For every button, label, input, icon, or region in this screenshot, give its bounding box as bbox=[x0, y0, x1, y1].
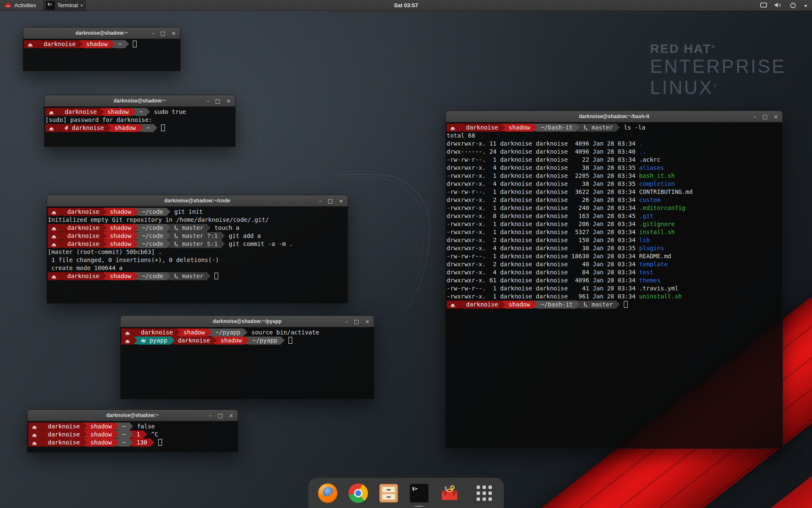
prompt-segment: ~/pyapp bbox=[249, 337, 281, 345]
prompt-segment: shadow bbox=[87, 431, 115, 439]
dock-item-chrome[interactable] bbox=[348, 483, 368, 503]
close-button[interactable]: × bbox=[339, 195, 343, 207]
minimize-button[interactable]: – bbox=[345, 316, 348, 327]
window-titlebar[interactable]: darknoise@shadow:~/pyapp–□× bbox=[121, 316, 374, 327]
window-controls: –□× bbox=[209, 410, 233, 421]
prompt-segment: darknoise bbox=[64, 240, 103, 248]
terminal-window-sudo[interactable]: darknoise@shadow:~–□×darknoiseshadow~sud… bbox=[44, 95, 236, 147]
prompt-segment: darknoise bbox=[137, 329, 176, 337]
terminal-line: darknoiseshadow~ bbox=[24, 40, 180, 48]
output-text: install.sh bbox=[639, 229, 675, 235]
redhat-icon bbox=[49, 124, 54, 131]
output-text: .gitignore bbox=[639, 221, 675, 227]
powerline-arrow bbox=[103, 208, 107, 215]
branch-icon bbox=[174, 240, 178, 247]
minimize-button[interactable]: – bbox=[151, 28, 154, 39]
maximize-button[interactable]: □ bbox=[218, 410, 223, 421]
terminal-window-pyapp[interactable]: darknoise@shadow:~/pyapp–□×darknoiseshad… bbox=[120, 315, 374, 399]
minimize-button[interactable]: – bbox=[209, 410, 212, 421]
output-text: -rwxrwxr-x. 1 darknoise darknoise 206 Ja… bbox=[447, 221, 639, 227]
prompt-segment: darknoise bbox=[64, 208, 103, 216]
dock-item-terminal[interactable]: $> bbox=[409, 483, 429, 503]
command-text: git commit -a -m . bbox=[225, 240, 293, 247]
window-title: darknoise@shadow:~ bbox=[113, 98, 166, 104]
close-button[interactable]: × bbox=[226, 95, 231, 107]
terminal-body[interactable]: darknoiseshadow~sudo true[sudo] password… bbox=[44, 107, 235, 146]
maximize-button[interactable]: □ bbox=[215, 95, 220, 107]
powerline-arrow bbox=[533, 301, 537, 308]
powerline-arrow bbox=[129, 439, 133, 446]
prompt-segment: shadow bbox=[107, 240, 135, 248]
minimize-button[interactable]: – bbox=[206, 95, 209, 107]
output-text: drwxrwxr-x. 61 darknoise darknoise 4096 … bbox=[447, 277, 639, 284]
terminal-window-bash-it[interactable]: darknoise@shadow:~/bash-it–□×darknoisesh… bbox=[445, 110, 783, 449]
branch-icon bbox=[583, 301, 588, 308]
powerline-arrow bbox=[36, 40, 40, 48]
command-text: touch a bbox=[211, 224, 239, 231]
system-status-area[interactable] bbox=[760, 0, 808, 11]
terminal-window-home-small[interactable]: darknoise@shadow:~–□×darknoiseshadow~ bbox=[23, 27, 181, 71]
prompt-segment bbox=[24, 40, 36, 48]
terminal-body[interactable]: darknoiseshadow~/pyappsource bin/activat… bbox=[121, 327, 374, 399]
terminal-line: darknoiseshadow~/code master S:1git comm… bbox=[48, 240, 348, 248]
close-button[interactable]: × bbox=[229, 410, 233, 421]
window-controls: –□× bbox=[206, 95, 231, 107]
prompt-segment: darknoise bbox=[463, 301, 502, 309]
prompt-segment: shadow bbox=[107, 232, 135, 240]
close-button[interactable]: × bbox=[171, 28, 176, 39]
dock-item-firefox[interactable] bbox=[318, 483, 338, 503]
powerline-arrow bbox=[103, 224, 107, 232]
prompt-segment: ~ bbox=[115, 40, 125, 48]
terminal-line: darknoiseshadow~/code master ?:1git add … bbox=[48, 232, 348, 240]
window-titlebar[interactable]: darknoise@shadow:~–□× bbox=[27, 410, 238, 421]
output-text: -rwxrwxr-x. 1 darknoise darknoise 5327 J… bbox=[447, 229, 639, 235]
powerline-arrow bbox=[100, 108, 104, 116]
prompt-segment: ~/code bbox=[138, 224, 167, 232]
terminal-body[interactable]: darknoiseshadow~/codegit initInitialized… bbox=[47, 207, 348, 303]
close-button[interactable]: × bbox=[365, 316, 370, 327]
window-titlebar[interactable]: darknoise@shadow:~–□× bbox=[23, 28, 180, 39]
redhat-icon bbox=[51, 208, 57, 215]
activities-button[interactable]: Activities bbox=[3, 0, 40, 11]
terminal-body[interactable]: darknoiseshadow~ bbox=[23, 39, 180, 71]
prompt-segment: shadow bbox=[217, 337, 245, 345]
terminal-line: drwx------. 24 darknoise darknoise 4096 … bbox=[447, 148, 782, 156]
terminal-cursor bbox=[624, 301, 628, 308]
terminal-line: drwxrwxr-x. 4 darknoise darknoise 38 Jan… bbox=[447, 244, 782, 252]
maximize-button[interactable]: □ bbox=[160, 28, 165, 39]
dock-item-app-grid[interactable] bbox=[474, 483, 494, 503]
window-titlebar[interactable]: darknoise@shadow:~/code–□× bbox=[47, 195, 348, 207]
prompt-segment: 130 bbox=[133, 439, 151, 447]
output-text: -rw-rw-r--. 1 darknoise darknoise 41 Jan… bbox=[447, 285, 639, 292]
terminal-window-exitcodes[interactable]: darknoise@shadow:~–□×darknoiseshadow~fal… bbox=[27, 409, 238, 453]
maximize-button[interactable]: □ bbox=[354, 316, 359, 327]
prompt-segment: darknoise bbox=[44, 431, 83, 439]
maximize-button[interactable]: □ bbox=[763, 111, 768, 122]
powerline-arrow bbox=[60, 208, 64, 215]
prompt-segment: ~ bbox=[119, 431, 129, 439]
terminal-body[interactable]: darknoiseshadow~/bash-it masterls -latot… bbox=[446, 122, 782, 448]
minimize-button[interactable]: – bbox=[754, 111, 757, 122]
clock[interactable]: Sat 03:57 bbox=[394, 2, 418, 8]
files-icon bbox=[379, 484, 398, 502]
output-text: drwxrwxr-x. 4 darknoise darknoise 38 Jan… bbox=[447, 180, 639, 187]
output-text: drwxrwxr-x. 2 darknoise darknoise 40 Jan… bbox=[447, 261, 639, 268]
dock-item-toolbox[interactable] bbox=[439, 483, 460, 503]
branch-icon bbox=[174, 273, 178, 279]
chevron-down-icon bbox=[804, 3, 808, 9]
terminal-app-menu[interactable]: $> Terminal ▾ bbox=[43, 0, 86, 11]
terminal-body[interactable]: darknoiseshadow~falsedarknoiseshadow~1^C… bbox=[27, 421, 238, 452]
maximize-button[interactable]: □ bbox=[328, 195, 333, 207]
terminal-line: # darknoiseshadow~ bbox=[45, 124, 235, 132]
powerline-arrow bbox=[139, 124, 143, 132]
dock: $> bbox=[308, 478, 504, 508]
window-titlebar[interactable]: darknoise@shadow:~/bash-it–□× bbox=[446, 111, 782, 122]
terminal-window-code[interactable]: darknoise@shadow:~/code–□×darknoiseshado… bbox=[47, 195, 348, 304]
close-button[interactable]: × bbox=[774, 111, 778, 122]
prompt-segment: shadow bbox=[87, 439, 115, 447]
window-titlebar[interactable]: darknoise@shadow:~–□× bbox=[44, 95, 235, 107]
minimize-button[interactable]: – bbox=[319, 195, 322, 207]
terminal-cursor bbox=[161, 124, 165, 131]
window-controls: –□× bbox=[345, 316, 370, 327]
dock-item-files[interactable] bbox=[379, 483, 399, 503]
